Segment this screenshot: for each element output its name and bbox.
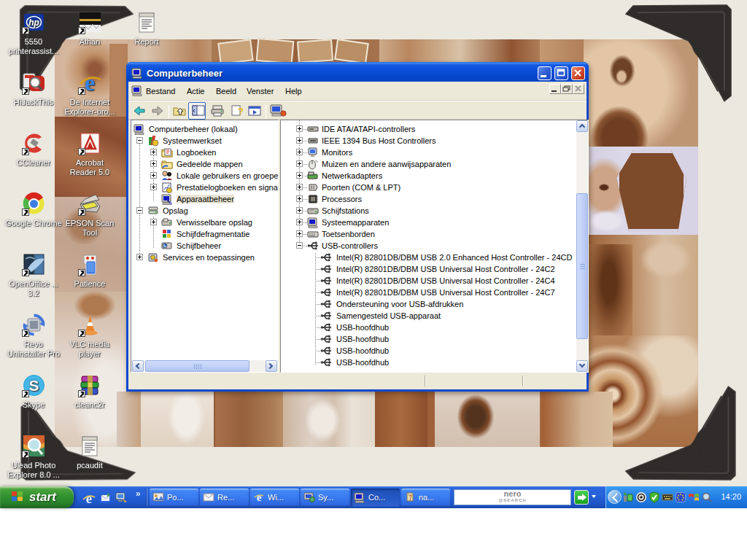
- svg-text:e: e: [84, 71, 94, 95]
- svg-text:hp: hp: [28, 18, 39, 28]
- svg-text:e: e: [86, 491, 92, 506]
- svg-text:e: e: [257, 491, 262, 503]
- svg-text:?: ?: [238, 106, 244, 117]
- svg-text:S: S: [28, 377, 39, 394]
